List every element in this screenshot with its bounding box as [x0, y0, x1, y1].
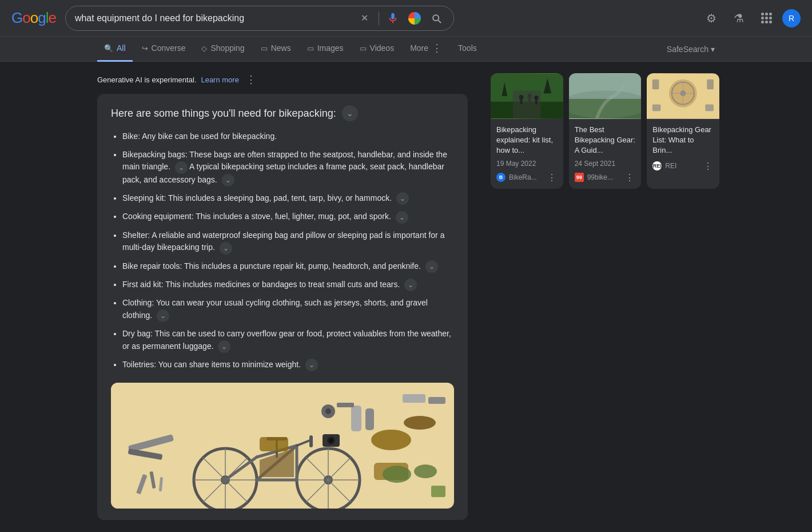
list-item: Bike repair tools: This includes a punct…	[122, 260, 454, 273]
safe-search[interactable]: SafeSearch ▾	[667, 45, 715, 54]
svg-point-29	[404, 416, 436, 430]
ai-banner-more-button[interactable]: ⋮	[244, 73, 258, 86]
svg-rect-55	[535, 100, 538, 105]
lens-search-button[interactable]	[407, 10, 423, 26]
learn-more-link[interactable]: Learn more	[201, 76, 238, 84]
top-bar: Google what equipment do I need for bike…	[0, 0, 812, 37]
nav-converse[interactable]: ↪ Converse	[135, 37, 193, 62]
search-button[interactable]	[428, 10, 444, 26]
svg-point-38	[414, 464, 437, 478]
chevron-down-icon: ⌄	[221, 343, 227, 351]
nav-images[interactable]: ▭ Images	[300, 37, 351, 62]
source-name: 99bike...	[587, 173, 613, 181]
card-title: Bikepacking Gear List: What to Brin...	[652, 125, 714, 156]
svg-point-41	[329, 438, 333, 443]
card-title: Bikepacking explained: kit list, how to.…	[496, 125, 558, 156]
source-favicon: REI	[652, 161, 662, 170]
card-more-button[interactable]: ⋮	[546, 171, 558, 184]
list-item: Cooking equipment: This includes a stove…	[122, 211, 454, 223]
lab-button[interactable]: ⚗	[727, 7, 750, 30]
nav-videos[interactable]: ▭ Videos	[353, 37, 401, 62]
converse-nav-icon: ↪	[142, 44, 148, 53]
shopping-nav-icon: ◇	[201, 44, 207, 53]
clear-button[interactable]: ✕	[357, 10, 373, 26]
result-cards: Bikepacking explained: kit list, how to.…	[491, 73, 719, 189]
svg-rect-43	[428, 397, 445, 404]
result-card[interactable]: Bikepacking Gear List: What to Brin... R…	[647, 73, 719, 189]
apps-button[interactable]	[755, 7, 778, 30]
nav-shopping[interactable]: ◇ Shopping	[194, 37, 251, 62]
item-expand-button[interactable]: ⌄	[404, 279, 417, 291]
close-icon: ✕	[361, 13, 368, 23]
chevron-down-icon: ⌄	[223, 244, 229, 252]
card-image-1	[491, 73, 563, 119]
item-expand-button[interactable]: ⌄	[222, 174, 234, 186]
gear-icon: ⚙	[706, 11, 717, 25]
item-expand-button[interactable]: ⌄	[157, 309, 169, 322]
lab-icon: ⚗	[734, 11, 744, 25]
main-content: Generative AI is experimental. Learn mor…	[0, 62, 812, 532]
lens-icon	[408, 12, 421, 25]
voice-search-button[interactable]	[385, 10, 401, 26]
item-expand-button[interactable]: ⌄	[396, 192, 409, 205]
card-more-button[interactable]: ⋮	[702, 160, 714, 173]
list-item: Toiletries: You can share items to minim…	[122, 359, 454, 371]
item-expand-button[interactable]: ⌄	[175, 161, 188, 174]
nav-more[interactable]: More ⋮	[403, 37, 449, 62]
nav-news[interactable]: ▭ News	[254, 37, 298, 62]
item-expand-button[interactable]: ⌄	[396, 211, 408, 224]
chevron-down-icon: ▾	[711, 45, 715, 54]
nav-all[interactable]: 🔍 All	[97, 37, 133, 62]
list-item: First aid kit: This includes medicines o…	[122, 279, 454, 291]
svg-rect-26	[351, 406, 361, 431]
search-input[interactable]: what equipment do I need for bikepacking	[75, 13, 351, 23]
bikepacking-gear-image[interactable]	[111, 383, 454, 509]
ai-items-list: Bike: Any bike can be used for bikepacki…	[111, 130, 454, 371]
card-source: 99 99bike... ⋮	[575, 171, 636, 184]
source-info: B BikeRa...	[496, 173, 537, 182]
account-button[interactable]: R	[782, 9, 801, 27]
headline-expand-button[interactable]: ⌄	[342, 105, 358, 121]
result-card[interactable]: The Best Bikepacking Gear: A Guid... 24 …	[569, 73, 642, 189]
item-expand-button[interactable]: ⌄	[305, 359, 318, 371]
card-date: 19 May 2022	[496, 160, 558, 168]
source-favicon: B	[496, 173, 505, 182]
chevron-down-icon: ⌄	[178, 164, 184, 172]
item-expand-button[interactable]: ⌄	[425, 260, 438, 273]
svg-point-32	[325, 408, 331, 414]
svg-rect-42	[403, 394, 425, 403]
svg-point-28	[371, 430, 411, 450]
svg-rect-68	[652, 80, 659, 90]
svg-rect-33	[337, 403, 354, 407]
svg-rect-22	[260, 437, 288, 451]
card-more-button[interactable]: ⋮	[624, 171, 635, 184]
card-title: The Best Bikepacking Gear: A Guid...	[575, 125, 636, 156]
search-nav-icon: 🔍	[104, 44, 113, 53]
settings-button[interactable]: ⚙	[700, 7, 723, 30]
card-source: B BikeRa... ⋮	[496, 171, 558, 184]
svg-rect-51	[520, 100, 523, 104]
svg-point-37	[383, 466, 411, 483]
list-item: Clothing: You can wear your usual cyclin…	[122, 297, 454, 322]
more-dots-icon: ⋮	[432, 42, 442, 54]
news-nav-icon: ▭	[261, 44, 268, 53]
source-favicon: 99	[575, 173, 584, 182]
svg-rect-44	[431, 486, 445, 497]
search-icon	[431, 13, 442, 24]
videos-nav-icon: ▭	[360, 44, 367, 53]
google-logo: Google	[11, 9, 56, 27]
svg-rect-59	[569, 74, 642, 99]
ai-banner: Generative AI is experimental. Learn mor…	[97, 73, 468, 86]
chevron-down-icon: ⌄	[408, 281, 413, 289]
mic-icon	[387, 12, 399, 25]
item-expand-button[interactable]: ⌄	[218, 340, 230, 353]
experimental-label: Generative AI is experimental.	[97, 76, 196, 84]
card-source: REI REI ⋮	[652, 160, 714, 173]
chevron-down-icon: ⌄	[225, 176, 231, 184]
item-expand-button[interactable]: ⌄	[220, 242, 232, 255]
nav-tools[interactable]: Tools	[451, 37, 484, 62]
result-card[interactable]: Bikepacking explained: kit list, how to.…	[491, 73, 563, 189]
ai-headline: Here are some things you'll need for bik…	[111, 105, 454, 121]
card-body: Bikepacking explained: kit list, how to.…	[491, 119, 563, 189]
right-column: Bikepacking explained: kit list, how to.…	[491, 73, 719, 531]
